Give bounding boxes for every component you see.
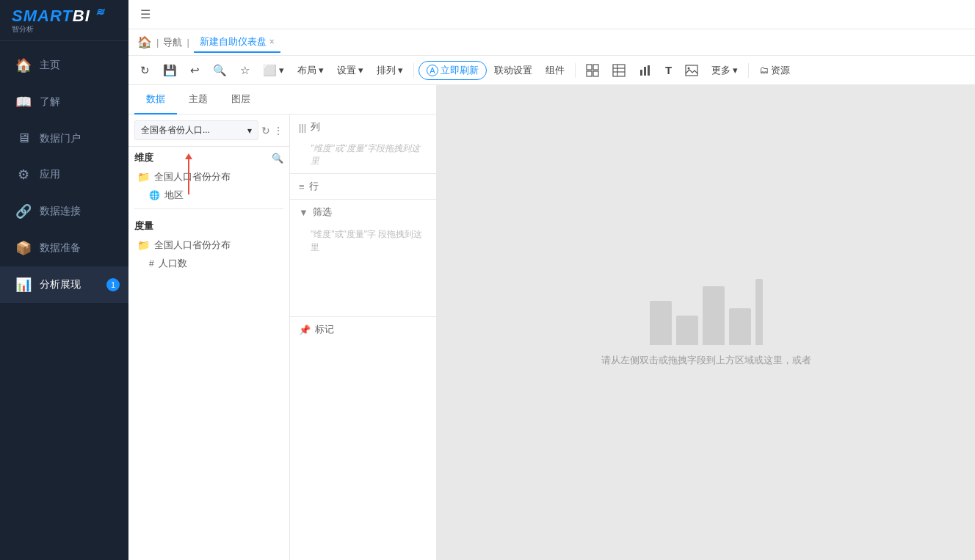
- svg-rect-8: [640, 70, 642, 76]
- rows-header: ≡ 行: [290, 174, 436, 199]
- grid-icon: ⚙: [15, 167, 32, 183]
- home-icon: 🏠: [15, 57, 32, 73]
- refresh-now-button[interactable]: A 立即刷新: [418, 61, 487, 80]
- columns-section: ||| 列 "维度"或"度量"字段拖拽到这里: [290, 114, 436, 174]
- sidebar-item-app[interactable]: ⚙ 应用: [0, 156, 128, 193]
- refresh-now-label: 立即刷新: [441, 64, 479, 77]
- dimension-group[interactable]: 📁 全国人口省份分布: [134, 167, 283, 186]
- pin-icon: 📌: [299, 324, 311, 335]
- layout-label: 布局: [297, 64, 316, 77]
- insert-button[interactable]: ⬜ ▾: [257, 61, 290, 80]
- folder-icon: 📁: [137, 171, 150, 183]
- svg-rect-9: [644, 67, 646, 76]
- toolbar-separator1: [413, 63, 414, 78]
- panel-tabs: 数据 主题 图层: [128, 85, 436, 114]
- more-button[interactable]: 更多 ▾: [706, 61, 744, 80]
- connect-icon: 🔗: [15, 203, 32, 219]
- bar-chart-button[interactable]: [633, 61, 658, 80]
- toolbar: ↻ 💾 ↩ 🔍 ☆ ⬜ ▾ 布局 ▾ 设置 ▾ 排列 ▾: [128, 56, 975, 85]
- resource-label: 资源: [771, 64, 790, 77]
- toolbar-separator3: [748, 63, 749, 78]
- sidebar-item-data-connect[interactable]: 🔗 数据连接: [0, 193, 128, 230]
- field-item-region[interactable]: 🌐 地区: [134, 186, 283, 204]
- breadcrumb-home[interactable]: 导航: [163, 36, 182, 49]
- refresh-button[interactable]: ↻: [134, 61, 156, 80]
- text-icon: T: [665, 64, 672, 76]
- search-icon: 🔍: [213, 64, 227, 77]
- table-grid-button[interactable]: [580, 61, 605, 80]
- breadcrumb-tab-close[interactable]: ×: [269, 37, 275, 47]
- ghost-bar3: [703, 286, 725, 345]
- field-item-population[interactable]: # 人口数: [134, 255, 283, 272]
- dimension-group-label: 全国人口省份分布: [154, 170, 231, 183]
- table-lines-button[interactable]: [606, 61, 631, 80]
- bar-chart-icon: [639, 64, 652, 77]
- sidebar-item-learn[interactable]: 📖 了解: [0, 84, 128, 120]
- settings-button[interactable]: 设置 ▾: [331, 61, 369, 80]
- resource-button[interactable]: 🗂 资源: [753, 61, 796, 80]
- sidebar-item-label: 数据连接: [40, 205, 81, 218]
- canvas-area: 请从左侧双击或拖拽字段到上方区域或这里，或者: [437, 85, 975, 560]
- measure-group[interactable]: 📁 全国人口省份分布: [134, 236, 283, 255]
- field-refresh-button[interactable]: ↻: [261, 125, 270, 137]
- filter-label: 筛选: [313, 206, 332, 219]
- resource-icon: 🗂: [759, 65, 769, 76]
- columns-icon: |||: [299, 122, 306, 133]
- rows-section: ≡ 行: [290, 174, 436, 200]
- sort-dropdown-icon: ▾: [398, 65, 403, 76]
- settings-label: 设置: [337, 64, 356, 77]
- sidebar-item-home[interactable]: 🏠 主页: [0, 47, 128, 84]
- svg-rect-3: [593, 71, 598, 76]
- breadcrumb-tab-label: 新建自助仪表盘: [200, 35, 267, 48]
- chart-ghost: [650, 279, 763, 345]
- sidebar-item-label: 应用: [40, 168, 60, 181]
- image-icon: [685, 64, 698, 77]
- widget-button[interactable]: 组件: [540, 61, 570, 80]
- layout-button[interactable]: 布局 ▾: [291, 61, 330, 80]
- sidebar-item-data-prepare[interactable]: 📦 数据准备: [0, 230, 128, 266]
- dataset-selector[interactable]: 全国各省份人口... ▾: [134, 120, 258, 140]
- breadcrumb: 🏠 | 导航 | 新建自助仪表盘 ×: [128, 29, 975, 56]
- sort-button[interactable]: 排列 ▾: [371, 61, 409, 80]
- home-breadcrumb-icon[interactable]: 🏠: [137, 35, 152, 49]
- filter-placeholder: "维度"或"度量"字 段拖拽到这里: [290, 225, 436, 260]
- measures-section: 度量 📁 全国人口省份分布 # 人口数: [128, 215, 289, 277]
- preview-button[interactable]: 🔍: [207, 61, 233, 80]
- widget-label: 组件: [546, 64, 565, 77]
- sidebar-item-data-portal[interactable]: 🖥 数据门户: [0, 120, 128, 156]
- insert-icon: ⬜: [263, 64, 277, 77]
- sidebar-item-label: 数据准备: [40, 241, 81, 255]
- tab-layer[interactable]: 图层: [220, 85, 262, 114]
- logo-area: SMARTBI ≋ 智分析: [0, 0, 128, 41]
- field-selector-bar: 全国各省份人口... ▾ ↻ ⋮: [128, 114, 289, 147]
- sidebar-item-label: 数据门户: [40, 132, 81, 145]
- sidebar: SMARTBI ≋ 智分析 🏠 主页 📖 了解 🖥 数据门户 ⚙ 应用 🔗 数据…: [0, 0, 128, 560]
- data-panel: 全国各省份人口... ▾ ↻ ⋮: [128, 114, 436, 560]
- dimension-search-button[interactable]: 🔍: [272, 153, 283, 164]
- svg-rect-10: [648, 65, 650, 76]
- link-settings-button[interactable]: 联动设置: [488, 61, 538, 80]
- dimensions-title: 维度 🔍: [134, 151, 283, 164]
- chart-icon: 📊: [15, 277, 32, 293]
- save-button[interactable]: 💾: [157, 61, 183, 80]
- field-more-button[interactable]: ⋮: [273, 125, 283, 137]
- tab-theme[interactable]: 主题: [177, 85, 220, 114]
- more-label: 更多: [711, 64, 731, 77]
- filter-icon: ▼: [299, 207, 308, 218]
- hash-icon: #: [149, 258, 154, 269]
- undo-icon: ↩: [190, 64, 200, 77]
- logo-brand: SMARTBI ≋: [12, 6, 105, 26]
- collapse-sidebar-button[interactable]: ☰: [137, 4, 153, 24]
- breadcrumb-separator2: |: [186, 37, 189, 48]
- breadcrumb-tab-dashboard[interactable]: 新建自助仪表盘 ×: [194, 32, 280, 53]
- svg-rect-1: [593, 65, 598, 70]
- globe-icon: 🌐: [149, 190, 160, 200]
- more-dropdown-icon: ▾: [733, 65, 738, 76]
- image-button[interactable]: [679, 61, 704, 80]
- undo-button[interactable]: ↩: [184, 61, 206, 80]
- star-button[interactable]: ☆: [234, 61, 255, 80]
- text-button[interactable]: T: [659, 61, 678, 79]
- sidebar-item-analysis[interactable]: 📊 分析展现 1: [0, 266, 128, 303]
- refresh-now-icon: A: [427, 65, 438, 76]
- tab-data[interactable]: 数据: [134, 85, 177, 114]
